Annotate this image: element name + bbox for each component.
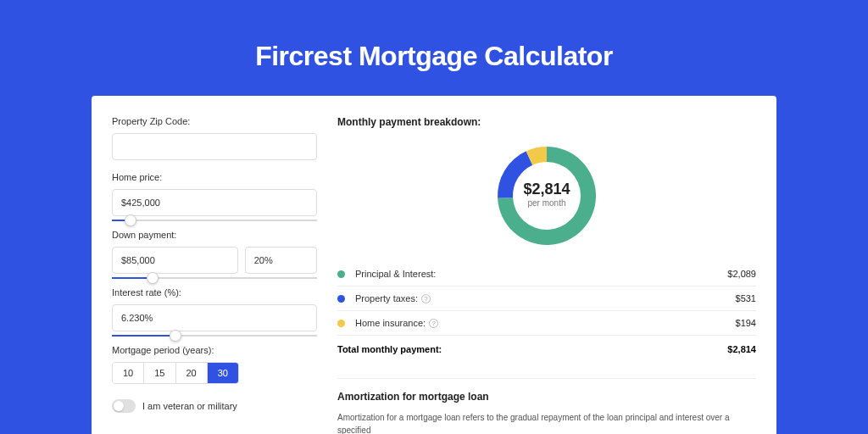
total-row: Total monthly payment: $2,814 bbox=[337, 336, 756, 363]
donut-center-value: $2,814 bbox=[523, 181, 570, 198]
legend-dot-icon bbox=[337, 295, 345, 303]
veteran-toggle-label: I am veteran or military bbox=[142, 401, 237, 411]
legend-row: Home insurance:?$194 bbox=[337, 311, 756, 336]
amortization-title: Amortization for mortgage loan bbox=[337, 378, 756, 403]
zip-field: Property Zip Code: bbox=[112, 116, 317, 160]
slider-thumb[interactable] bbox=[147, 272, 159, 284]
down-payment-label: Down payment: bbox=[112, 230, 317, 240]
down-payment-slider[interactable] bbox=[112, 272, 317, 275]
zip-input[interactable] bbox=[112, 133, 317, 160]
veteran-toggle[interactable] bbox=[112, 399, 136, 413]
legend-value: $194 bbox=[736, 318, 756, 328]
total-label: Total monthly payment: bbox=[337, 344, 727, 354]
down-payment-field: Down payment: bbox=[112, 230, 317, 275]
period-option-15[interactable]: 15 bbox=[144, 363, 175, 383]
period-option-20[interactable]: 20 bbox=[176, 363, 208, 383]
period-option-30[interactable]: 30 bbox=[208, 363, 238, 383]
breakdown-title: Monthly payment breakdown: bbox=[337, 116, 756, 128]
zip-label: Property Zip Code: bbox=[112, 116, 317, 126]
interest-rate-input[interactable] bbox=[112, 304, 317, 331]
legend-dot-icon bbox=[337, 270, 345, 278]
page-title: Fircrest Mortgage Calculator bbox=[92, 41, 776, 72]
home-price-slider[interactable] bbox=[112, 214, 317, 218]
mortgage-period-group: 10152030 bbox=[112, 362, 239, 384]
home-price-field: Home price: bbox=[112, 172, 317, 218]
info-icon[interactable]: ? bbox=[421, 294, 431, 303]
info-icon[interactable]: ? bbox=[429, 319, 438, 328]
mortgage-period-field: Mortgage period (years): 10152030 bbox=[112, 345, 317, 384]
slider-thumb[interactable] bbox=[170, 330, 181, 342]
mortgage-period-label: Mortgage period (years): bbox=[112, 345, 317, 355]
home-price-input[interactable] bbox=[112, 189, 317, 216]
form-panel: Property Zip Code: Home price: Down paym… bbox=[112, 116, 317, 431]
breakdown-panel: Monthly payment breakdown: $2,814 per mo… bbox=[337, 116, 756, 431]
home-price-label: Home price: bbox=[112, 172, 317, 182]
legend-row: Property taxes:?$531 bbox=[337, 287, 756, 311]
donut-chart: $2,814 per month bbox=[337, 136, 756, 262]
slider-thumb[interactable] bbox=[125, 214, 136, 226]
interest-rate-label: Interest rate (%): bbox=[112, 287, 317, 298]
legend-row: Principal & Interest:$2,089 bbox=[337, 262, 756, 287]
interest-rate-field: Interest rate (%): bbox=[112, 287, 317, 333]
interest-rate-slider[interactable] bbox=[112, 330, 317, 333]
donut-center-sub: per month bbox=[527, 198, 565, 208]
legend-value: $531 bbox=[736, 293, 756, 303]
period-option-10[interactable]: 10 bbox=[113, 363, 144, 383]
veteran-toggle-row: I am veteran or military bbox=[112, 399, 317, 413]
amortization-body: Amortization for a mortgage loan refers … bbox=[337, 411, 756, 434]
legend-label: Home insurance: bbox=[355, 318, 426, 328]
legend-label: Principal & Interest: bbox=[355, 269, 436, 279]
legend-label: Property taxes: bbox=[355, 293, 418, 303]
down-payment-pct-input[interactable] bbox=[245, 247, 317, 274]
calculator-card: Property Zip Code: Home price: Down paym… bbox=[92, 96, 776, 434]
down-payment-amount-input[interactable] bbox=[112, 247, 238, 274]
legend-dot-icon bbox=[337, 320, 345, 327]
legend-value: $2,089 bbox=[727, 269, 756, 279]
total-value: $2,814 bbox=[727, 344, 756, 354]
breakdown-legend: Principal & Interest:$2,089Property taxe… bbox=[337, 262, 756, 336]
